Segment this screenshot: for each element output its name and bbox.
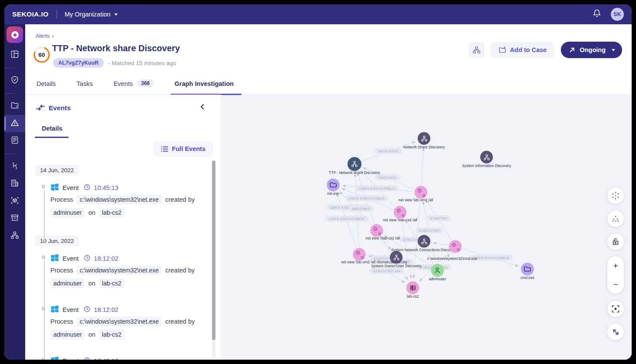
created-by-label: created by: [165, 267, 195, 274]
chevron-right-icon: ›: [52, 33, 54, 39]
dashboard-icon: [10, 50, 19, 60]
add-to-case-button[interactable]: Add to Case: [491, 42, 555, 58]
events-scrollbar: [212, 161, 215, 358]
event-time[interactable]: 18:12:02: [94, 306, 118, 313]
event-time[interactable]: 18:12:02: [94, 255, 118, 262]
tab-events[interactable]: Events366: [113, 80, 154, 95]
event-item[interactable]: Event18:12:02Processc:\windows\system32\…: [35, 253, 212, 305]
status-button[interactable]: Ongoing: [561, 42, 622, 58]
sidebar-divider: [4, 68, 15, 68]
sidebar-item-alert-triangle[interactable]: [4, 115, 25, 132]
graph-node-labcs2[interactable]: [407, 282, 419, 294]
timeline-marker-icon: [42, 358, 45, 360]
zoom-in-button[interactable]: +: [607, 256, 624, 275]
tab-graph-investigation[interactable]: Graph Investigation: [174, 80, 235, 95]
graph-node-cmd1[interactable]: ⚙⚙: [415, 186, 427, 199]
process-label: Process: [50, 267, 73, 274]
tab-tasks[interactable]: Tasks: [76, 80, 93, 95]
topbar-divider: [56, 10, 57, 19]
sidebar-item-shield-check[interactable]: [4, 72, 25, 89]
event-item[interactable]: Event18:12:02Processc:\windows\system32\…: [35, 305, 212, 356]
chevron-down-icon: [612, 49, 615, 51]
graph-node-label: System Owner/User Discovery: [371, 264, 421, 268]
sidebar-item-folder-info[interactable]: [4, 98, 25, 115]
lock-layout-button[interactable]: [607, 233, 624, 250]
notifications-bell-icon[interactable]: [593, 9, 601, 20]
sidebar-divider: [4, 154, 15, 154]
graph-node-sncd[interactable]: [418, 235, 431, 248]
breadcrumb-alerts[interactable]: Alerts: [36, 33, 50, 39]
graph-node-soud[interactable]: [390, 251, 403, 264]
full-events-label: Full Events: [172, 145, 205, 152]
tab-details[interactable]: Details: [36, 80, 56, 95]
zoom-out-button[interactable]: −: [607, 275, 624, 294]
app-logo[interactable]: [7, 26, 23, 43]
layout-cluster-button[interactable]: [607, 210, 624, 227]
graph-node-sid[interactable]: [480, 151, 493, 164]
center-graph-button[interactable]: [607, 301, 624, 317]
collapse-panel-icon[interactable]: [199, 104, 205, 111]
graph-node-netexe[interactable]: [327, 179, 340, 191]
edge-label: EXECUTED ON: [370, 268, 404, 274]
event-list: 14 Jun, 2022Event10:45:13Processc:\windo…: [25, 160, 212, 360]
topbar: SEKOIA.IO My Organization SK: [4, 4, 632, 24]
organization-selector[interactable]: My Organization: [65, 11, 118, 18]
tab-bar: Details Tasks Events366 Graph Investigat…: [36, 80, 632, 95]
layout-radial-button[interactable]: [607, 187, 624, 204]
edge-label: USES EXECUTABLE: [325, 216, 368, 222]
cube-scan-icon: [10, 196, 19, 207]
graph-node-cmdexe[interactable]: [521, 263, 534, 275]
zoom-control: + −: [607, 256, 624, 294]
created-by-label: created by: [165, 196, 195, 203]
sidebar-item-building[interactable]: [4, 175, 25, 193]
graph-investigation-canvas[interactable]: + − INDICATESMATCHEDUSES EXECUTABLEUSES …: [222, 95, 632, 360]
breadcrumb[interactable]: Alerts ›: [36, 33, 54, 39]
avatar[interactable]: SK: [611, 8, 624, 21]
add-to-case-label: Add to Case: [510, 46, 547, 53]
building-icon: [10, 179, 19, 189]
edge-label: INDICATES: [375, 148, 402, 154]
sidebar-item-sitemap[interactable]: [4, 227, 25, 245]
folder-icon: [524, 266, 531, 273]
graph-node-label: net view \\lab-cs2 /all: [366, 236, 400, 240]
event-item[interactable]: Event17:48:10Processc:\windows\system32\…: [35, 356, 212, 360]
alert-score: 60: [33, 46, 50, 63]
events-panel: Events Details Full Events 14 Jun, 2022E…: [25, 95, 222, 360]
scrollbar-thumb[interactable]: [212, 161, 215, 340]
graph-node-cmd2[interactable]: ⚙⚙: [394, 206, 407, 219]
sidebar-item-dashboard[interactable]: [4, 46, 25, 64]
edge-label: USES EXECUTABLE: [345, 195, 388, 201]
alert-short-id-badge[interactable]: AL7vgZ7yKuuR: [53, 58, 104, 68]
graph-node-cmd3[interactable]: ⚙⚙: [371, 224, 383, 237]
sidebar-item-archive[interactable]: [4, 210, 25, 227]
graph-node-ttp[interactable]: [348, 157, 361, 171]
graph-node-adminuser[interactable]: [431, 264, 444, 277]
sidebar-item-document-list[interactable]: [4, 132, 25, 150]
windows-icon: [50, 183, 59, 193]
sidebar-divider: [4, 93, 15, 94]
graph-node-nsd[interactable]: [418, 132, 431, 145]
event-time[interactable]: 17:48:10: [94, 357, 118, 360]
sidebar-item-plug[interactable]: [4, 158, 25, 175]
list-icon: [161, 146, 168, 152]
sidebar-item-cube-scan[interactable]: [4, 193, 25, 210]
event-item[interactable]: Event10:45:13Processc:\windows\system32\…: [35, 183, 212, 234]
graph-view-button[interactable]: [469, 42, 484, 58]
windows-icon: [50, 253, 59, 264]
folder-icon: [330, 181, 337, 189]
chevron-down-icon: [114, 13, 118, 16]
arrow-up-right-icon: [569, 47, 575, 53]
process-label: Process: [50, 318, 73, 325]
clock-icon: [84, 184, 90, 192]
graph-node-cmd4[interactable]: ⚙⚙: [353, 248, 366, 261]
full-events-button[interactable]: Full Events: [154, 141, 212, 156]
graph-node-label: lab-cs2: [407, 294, 418, 298]
expand-fullscreen-button[interactable]: [607, 324, 624, 340]
folder-plus-icon: [499, 46, 506, 54]
event-time[interactable]: 10:45:13: [94, 184, 118, 191]
gears-icon: ⚙⚙: [397, 209, 404, 216]
shield-check-icon: [10, 75, 19, 86]
graph-node-cmdexec[interactable]: ⚙⚙: [449, 240, 462, 253]
alert-triangle-icon: [10, 118, 19, 129]
subtab-details[interactable]: Details: [42, 125, 63, 132]
